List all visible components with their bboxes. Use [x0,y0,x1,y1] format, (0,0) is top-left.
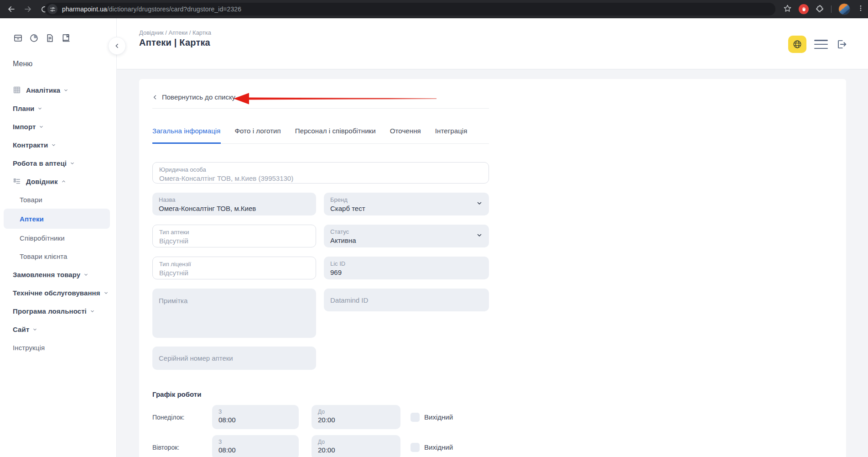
chevron-down-icon [63,88,68,93]
datamind-id-field[interactable]: Datamind ID [324,289,489,311]
note-textarea[interactable]: Примітка [152,289,316,338]
sidebar-item-pharmacy-work[interactable]: Робота в аптеці [0,154,116,172]
document-icon[interactable] [45,33,55,43]
chevron-down-icon [39,124,44,129]
license-type-field[interactable]: Тип ліцензії Відсутній [152,257,316,279]
red-arrow-annotation [233,92,438,105]
chevron-down-icon [32,327,37,332]
divider [152,108,489,109]
browser-toolbar: pharmapoint.ua/dictionary/drugstores/car… [0,0,868,18]
sidebar-item-instruction[interactable]: Інструкція [0,338,116,357]
page-title: Аптеки | Картка [139,37,210,48]
pharmacy-type-field[interactable]: Тип аптеки Відсутній [152,225,316,247]
tuesday-from-input[interactable]: З 08:00 [212,435,299,457]
tab-general-info[interactable]: Загальна інформація [152,127,221,144]
work-schedule-title: Графік роботи [152,390,489,398]
chevron-down-icon [476,232,483,240]
language-globe-button[interactable] [788,36,806,53]
browser-menu-icon[interactable] [857,5,864,14]
chevron-down-icon [51,142,56,147]
chevron-down-icon [476,200,483,208]
sidebar-item-client-products[interactable]: Товари клієнта [0,247,116,265]
general-info-form: Юридична особа Омега-Консалтінг ТОВ, м.К… [152,162,489,457]
tuesday-to-input[interactable]: До 20:00 [312,435,400,457]
tuesday-weekend-checkbox[interactable] [411,443,420,452]
chevron-down-icon [37,106,42,111]
chevron-down-icon [104,290,109,295]
grid-icon [13,86,21,94]
address-bar[interactable]: pharmapoint.ua/dictionary/drugstores/car… [45,3,775,16]
brand-select[interactable]: Бренд Скарб тест [324,193,489,215]
tab-environment[interactable]: Оточення [390,127,421,143]
status-select[interactable]: Статус Активна [324,225,489,247]
logout-icon[interactable] [836,38,847,50]
lic-id-field[interactable]: Lic ID 969 [324,257,489,279]
monday-weekend-checkbox[interactable] [411,413,420,422]
sidebar-item-import[interactable]: Імпорт [0,117,116,136]
sidebar-item-loyalty[interactable]: Програма лояльності [0,302,116,320]
sidebar-item-plans[interactable]: Плани [0,99,116,117]
browser-profile-avatar[interactable] [838,3,850,15]
app-header: Довідник / Аптеки / Картка Аптеки | Карт… [117,18,868,69]
site-settings-icon[interactable] [47,4,57,14]
sidebar: Меню Аналітика Плани Імпорт Контракти Ро… [0,18,117,457]
browser-forward-icon[interactable] [23,4,33,14]
hamburger-menu-icon[interactable] [814,40,828,49]
monday-to-input[interactable]: До 20:00 [312,405,400,429]
sidebar-item-maintenance[interactable]: Технічне обслуговування [0,284,116,302]
serial-number-field[interactable]: Серійний номер аптеки [152,347,316,370]
pharmacy-card: Повернутись до списку Загальна інформаці… [139,79,846,457]
name-field[interactable]: Назва Омега-Консалтінг ТОВ, м.Киев [152,193,316,215]
sidebar-item-product-orders[interactable]: Замовлення товару [0,265,116,284]
sidebar-item-employees[interactable]: Співробітники [0,229,116,247]
app-root: Меню Аналітика Плани Імпорт Контракти Ро… [0,18,868,457]
adblock-extension-icon[interactable] [799,4,809,14]
tab-integration[interactable]: Інтеграція [435,127,468,143]
browser-back-icon[interactable] [6,4,16,14]
sidebar-item-products[interactable]: Товари [0,190,116,209]
pie-chart-icon[interactable] [29,33,39,43]
monday-from-input[interactable]: З 08:00 [212,405,299,429]
breadcrumb: Довідник / Аптеки / Картка [139,29,211,36]
tab-photo-logo[interactable]: Фото і логотип [235,127,281,143]
schedule-row-tuesday: Вівторок: З 08:00 До 20:00 Вихідний [152,435,489,457]
chevron-down-icon [70,161,75,166]
sidebar-item-contracts[interactable]: Контракти [0,136,116,154]
toolbar-separator [831,5,832,13]
menu-title: Меню [13,60,32,68]
sidebar-item-pharmacies[interactable]: Аптеки [4,209,110,229]
url-text: pharmapoint.ua/dictionary/drugstores/car… [62,5,241,13]
sidebar-collapse-button[interactable] [108,37,126,55]
chevron-down-icon [90,309,95,314]
list-icon [13,177,21,185]
book-icon[interactable] [61,33,71,43]
sidebar-nav: Аналітика Плани Імпорт Контракти Робота … [0,81,116,357]
chevron-up-icon [61,179,66,184]
bookmark-star-icon[interactable] [783,4,792,15]
tab-personnel[interactable]: Персонал і співробітники [295,127,376,143]
chevron-left-icon [152,95,158,100]
chevron-down-icon [83,272,88,277]
schedule-row-monday: Понеділок: З 08:00 До 20:00 Вихідний [152,405,489,429]
main-area: Довідник / Аптеки / Картка Аптеки | Карт… [117,18,868,457]
sidebar-item-site[interactable]: Сайт [0,320,116,338]
sidebar-item-analytics[interactable]: Аналітика [0,81,116,99]
tab-bar: Загальна інформація Фото і логотип Персо… [152,127,489,144]
back-to-list-link[interactable]: Повернутись до списку [152,93,253,101]
sidebar-item-dictionary[interactable]: Довідник [0,172,116,190]
archive-icon[interactable] [13,33,23,43]
extensions-icon[interactable] [816,4,824,15]
legal-entity-field[interactable]: Юридична особа Омега-Консалтінг ТОВ, м.К… [152,162,489,184]
